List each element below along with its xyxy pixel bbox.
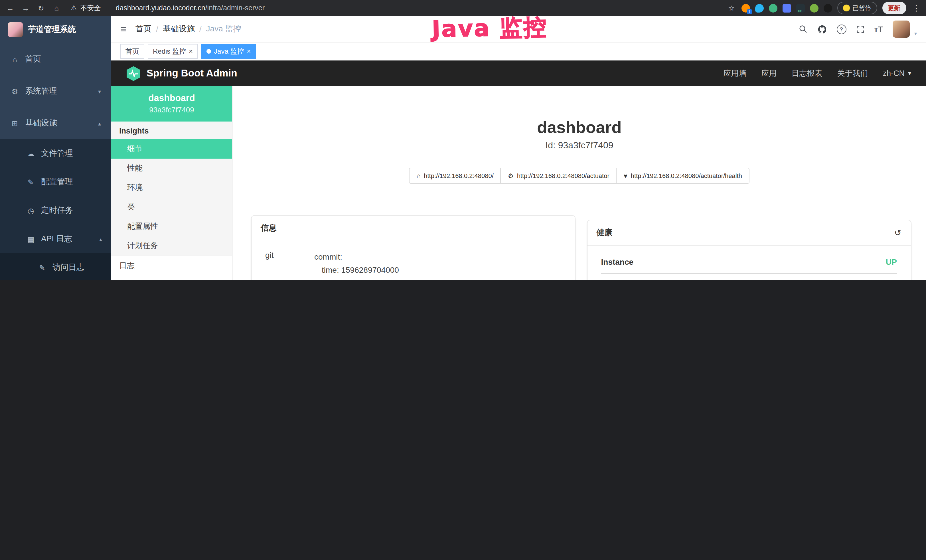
sidebar-item-infrastructure[interactable]: ⊞ 基础设施 ▴ [0,107,111,139]
sba-item-classes[interactable]: 类 [111,197,232,217]
app-brand[interactable]: 芋道管理系统 [0,16,111,43]
github-icon[interactable] [817,24,827,34]
chevron-down-icon: ▾ [98,88,101,94]
sidebar-item-config-mgmt[interactable]: ✎ 配置管理 [0,168,111,196]
address-bar[interactable]: dashboard.yudao.iocoder.cn/infra/admin-s… [116,4,265,12]
breadcrumb-home[interactable]: 首页 [135,24,151,34]
insights-section: Insights 细节 性能 环境 类 配置属性 计划任务 [111,121,232,256]
language-label: zh-CN [883,69,905,77]
search-icon[interactable] [798,24,807,34]
actuator-url-button[interactable]: ⚙ http://192.168.0.2:48080/actuator [501,168,617,184]
sba-item-scheduled-tasks[interactable]: 计划任务 [111,236,232,256]
help-icon[interactable]: ? [837,24,846,34]
app-sidebar: 芋道管理系统 ⌂ 首页 ⚙ 系统管理 ▾ ⊞ 基础设施 ▴ ☁ 文件管理 ✎ [0,16,111,280]
security-chip[interactable]: ⚠ 不安全 [71,3,109,13]
avatar[interactable] [893,21,910,38]
sba-item-label: 环境 [127,183,142,193]
breadcrumb-separator: / [199,24,202,34]
sba-item-label: 日志 [119,261,135,271]
nav-applications[interactable]: 应用 [761,68,776,79]
app-window: 芋道管理系统 ⌂ 首页 ⚙ 系统管理 ▾ ⊞ 基础设施 ▴ ☁ 文件管理 ✎ [0,16,926,280]
puppeteer-extension-icon[interactable] [823,4,832,12]
sba-nav-links: 应用墙 应用 日志报表 关于我们 zh-CN ▾ [723,68,911,79]
wrench-icon: ⚙ [508,172,514,179]
tab-home[interactable]: 首页 [120,44,144,59]
reload-icon[interactable]: ↻ [36,4,45,12]
breadcrumb-infrastructure[interactable]: 基础设施 [163,24,195,34]
back-icon[interactable]: ← [6,4,15,12]
instance-id: 93a3fc7f7409 [116,106,228,114]
app-header: ≡ 首页 / 基础设施 / Java 监控 ? [111,16,926,43]
sidebar-item-file-mgmt[interactable]: ☁ 文件管理 [0,139,111,168]
chevron-down-icon: ▾ [908,70,911,77]
health-instance-label: Instance [601,257,634,266]
avatar-caret-icon[interactable]: ▾ [914,31,917,38]
sidebar-item-access-logs[interactable]: ✎ 访问日志 [0,253,111,280]
sidebar-item-home[interactable]: ⌂ 首页 [0,43,111,75]
switch-extension-icon[interactable]: on [796,4,805,12]
droplet-extension-icon[interactable] [755,4,763,12]
sba-body: dashboard 93a3fc7f7409 Insights 细节 性能 环境… [111,86,926,280]
security-label: 不安全 [80,3,101,13]
instance-name: dashboard [116,93,228,103]
bookmark-star-icon[interactable]: ☆ [727,4,736,12]
sba-item-label: 计划任务 [127,241,158,251]
sba-item-config-props[interactable]: 配置属性 [111,217,232,236]
breadcrumb-current: Java 监控 [206,24,241,34]
browser-toolbar: ← → ↻ ⌂ ⚠ 不安全 dashboard.yudao.iocoder.cn… [0,0,926,16]
sba-item-label: 配置属性 [127,221,158,232]
sba-item-environment[interactable]: 环境 [111,178,232,197]
instance-header[interactable]: dashboard 93a3fc7f7409 [111,86,232,121]
sba-brand[interactable]: Spring Boot Admin [126,65,237,81]
health-card-title: 健康 [597,228,613,238]
monitor-icon: ⊞ [10,119,20,127]
tab-java-monitor[interactable]: Java 监控 × [201,44,256,59]
font-size-icon[interactable]: тT [874,24,883,34]
sidebar-item-label: 定时任务 [41,206,73,216]
paused-chip[interactable]: 已暂停 [837,2,877,14]
gear-icon: ⚙ [10,87,20,95]
sba-item-logs[interactable]: 日志 [111,256,232,275]
nav-about[interactable]: 关于我们 [837,68,868,79]
sba-item-jvm[interactable]: JVM [111,275,232,280]
sba-brand-title: Spring Boot Admin [147,67,237,79]
divider [107,4,107,12]
sidebar-item-scheduled-tasks[interactable]: ◷ 定时任务 [0,196,111,225]
close-icon[interactable]: × [247,48,251,55]
page-subtitle: Id: 93a3fc7f7409 [233,140,926,151]
update-button[interactable]: 更新 [882,2,906,14]
forward-icon[interactable]: → [21,4,30,12]
browser-menu-icon[interactable]: ⋮ [912,3,920,12]
home-icon: ⌂ [417,172,421,179]
language-selector[interactable]: zh-CN ▾ [883,69,911,77]
service-url-button[interactable]: ⌂ http://192.168.0.2:48080/ [409,168,501,184]
health-url-button[interactable]: ♥ http://192.168.0.2:48080/actuator/heal… [616,168,749,184]
sidebar-item-api-logs[interactable]: ▤ API 日志 ▴ [0,225,111,253]
header-actions: ? тT ▾ [798,21,917,38]
tab-label: Redis 监控 [153,47,186,56]
sba-content: dashboard Id: 93a3fc7f7409 ⌂ http://192.… [233,86,926,280]
vue-devtools-icon[interactable] [769,4,777,12]
nav-journal[interactable]: 日志报表 [791,68,822,79]
history-icon[interactable]: ↺ [894,228,902,238]
tab-label: Java 监控 [214,47,244,56]
tags-bar: 首页 Redis 监控 × Java 监控 × [111,43,926,61]
chevron-up-icon: ▴ [99,236,102,242]
sba-item-details[interactable]: 细节 [111,139,232,159]
sba-item-metrics[interactable]: 性能 [111,159,232,178]
nav-wallboard[interactable]: 应用墙 [723,68,746,79]
sidebar-item-system-mgmt[interactable]: ⚙ 系统管理 ▾ [0,75,111,107]
sba-logo-icon [126,65,141,81]
grid-extension-icon[interactable] [782,4,791,12]
leaf-extension-icon[interactable] [809,4,818,12]
git-commit-line: commit: [314,250,561,263]
fullscreen-icon[interactable] [856,25,864,33]
edit-icon: ✎ [26,178,35,186]
browser-home-icon[interactable]: ⌂ [52,4,61,12]
hamburger-icon[interactable]: ≡ [120,23,126,35]
dashboard-icon: ⌂ [10,55,20,64]
close-icon[interactable]: × [189,48,193,55]
extension-icon[interactable]: 1 [741,4,750,12]
tab-redis-monitor[interactable]: Redis 监控 × [148,44,198,59]
cards-grid: 信息 git commit: time: 1596289704000 id: 2… [251,216,911,280]
